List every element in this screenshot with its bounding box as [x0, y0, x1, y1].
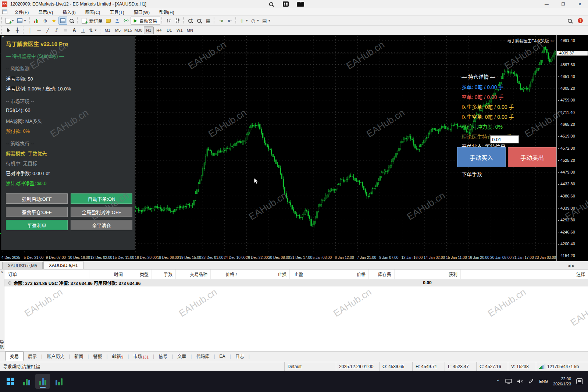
timeframe-m15[interactable]: M15 [123, 26, 133, 34]
crosshair-tool[interactable]: ╂ [13, 26, 22, 34]
taskbar-app-3[interactable] [51, 374, 66, 389]
tray-pen-icon[interactable] [528, 379, 534, 384]
toolbox-tab-1[interactable]: 交易 [5, 352, 24, 361]
column-header-1[interactable]: 订单 [4, 270, 89, 279]
timeframe-h1[interactable]: H1 [144, 26, 154, 34]
timeframe-h4[interactable]: H4 [154, 26, 164, 34]
toolbox-tab-8[interactable]: 信号 [154, 352, 172, 360]
column-header-2[interactable]: 时间 [89, 270, 126, 279]
taskbar-app-2[interactable] [35, 374, 50, 389]
menu-item-2[interactable]: 显示(V) [33, 8, 58, 16]
zoom-out-button[interactable]: − [195, 17, 204, 25]
toolbox-tab-10[interactable]: 代码库 [192, 352, 214, 360]
navigator-button[interactable]: ★ [50, 17, 58, 25]
close-button[interactable]: ✕ [571, 0, 588, 8]
toolbox-tab-3[interactable]: 账户历史 [42, 352, 69, 360]
new-order-button[interactable]: 新订单 [80, 17, 104, 25]
autotrading-button[interactable]: ▶自动交易 [131, 17, 160, 25]
label-tool[interactable]: T [79, 26, 88, 34]
bar-chart-mode-icon[interactable] [164, 17, 173, 25]
lot-size-input[interactable] [490, 135, 519, 143]
manual-buy-button[interactable]: 手动买入 [457, 147, 506, 167]
timeframe-d1[interactable]: D1 [164, 26, 174, 34]
cursor-tool[interactable] [4, 26, 13, 34]
column-header-8[interactable]: 止盈 [289, 270, 306, 279]
taskbar-clock[interactable]: 22:00 2026/1/23 [553, 376, 571, 386]
ea-button-4[interactable]: 全局盈利对冲:OFF [71, 207, 132, 217]
text-tool[interactable]: A [70, 26, 79, 34]
strategy-tester-button[interactable] [67, 17, 76, 25]
tile-windows-button[interactable]: ▦ [204, 17, 213, 25]
menu-item-1[interactable]: 文件(F) [10, 8, 33, 16]
timeframe-m30[interactable]: M30 [133, 26, 143, 34]
toolbox-close-icon[interactable]: ✕ [1, 271, 4, 274]
indicators-button[interactable]: ＋▼ [238, 17, 250, 25]
navigator-side-tab[interactable]: 导航 [0, 340, 4, 350]
chart-shift-button[interactable]: ⇤ [225, 17, 234, 25]
toolbox-tab-5[interactable]: 警报 [89, 352, 106, 360]
column-header-5[interactable]: 交易品种 [175, 270, 210, 279]
tab-scroll-right-icon[interactable]: ▶ [572, 264, 575, 268]
periods-button[interactable]: ◷▼ [250, 17, 261, 25]
community-icon[interactable] [113, 17, 122, 25]
menu-item-4[interactable]: 图表(C) [81, 8, 105, 16]
input-language[interactable]: ENG [539, 379, 548, 384]
market-watch-button[interactable] [32, 17, 41, 25]
timeframe-mn[interactable]: MN [185, 26, 195, 34]
notification-center-icon[interactable] [576, 378, 583, 384]
column-header-7[interactable]: 止损 [240, 270, 289, 279]
column-header-10[interactable]: 库存费 [368, 270, 394, 279]
toolbox-tab-4[interactable]: 新闻 [70, 352, 88, 360]
tray-monitor-icon[interactable] [505, 379, 512, 384]
ea-button-5[interactable]: 平盈利单 [6, 220, 68, 230]
manual-sell-button[interactable]: 手动卖出 [508, 147, 556, 167]
magnifier-tool-icon[interactable] [267, 0, 275, 8]
tab-scroll-left-icon[interactable]: ◀ [568, 264, 571, 268]
chart-window[interactable]: 4991.404945.204897.604851.404805.204759.… [0, 35, 588, 261]
fibonacci-tool[interactable]: ≣ [61, 26, 70, 34]
zoom-in-button[interactable]: + [186, 17, 195, 25]
ea-button-2[interactable]: 自动下单:ON [71, 193, 132, 204]
notification-badge[interactable]: 1 [578, 18, 583, 23]
column-header-6[interactable]: 价格 / [210, 270, 240, 279]
ea-button-1[interactable]: 强制启动:OFF [6, 193, 68, 204]
menu-item-7[interactable]: 帮助(H) [154, 8, 179, 16]
menu-item-5[interactable]: 工具(T) [105, 8, 129, 16]
signals-icon[interactable] [122, 17, 131, 25]
timeframe-m1[interactable]: M1 [103, 26, 113, 34]
terminal-button[interactable] [58, 17, 67, 25]
price-scale[interactable]: 4991.404945.204897.604851.404805.204759.… [556, 35, 588, 261]
time-scale[interactable]: 4 Dec 20255 Dec 21:009 Dec 07:0010 Dec 1… [0, 254, 556, 261]
column-header-12[interactable]: 注释 [460, 270, 588, 279]
profile-name[interactable]: Default [284, 362, 336, 371]
ea-button-3[interactable]: 蚕食平仓:OFF [6, 207, 68, 217]
profiles-button[interactable]: ▼ [16, 17, 28, 25]
trendline-tool[interactable]: ╱ [43, 26, 52, 34]
menu-item-6[interactable]: 窗口(W) [129, 8, 154, 16]
candlestick-mode-icon[interactable] [173, 17, 182, 25]
keyboard-tool-icon[interactable] [296, 0, 304, 8]
chart-tab-xauusd-e-m5[interactable]: XAUUSD.e,M5 [2, 262, 43, 269]
channel-tool[interactable]: ⫽ [52, 26, 61, 34]
minimize-button[interactable]: — [538, 0, 555, 8]
chart-tab-xauusd-e-h1[interactable]: XAUUSD.e,H1 [43, 261, 83, 269]
toolbox-tab-6[interactable]: 邮箱9 [108, 352, 128, 360]
search-icon[interactable] [565, 17, 574, 25]
tray-volume-icon[interactable] [517, 379, 523, 384]
chart-system-menu-icon[interactable] [2, 10, 7, 14]
timeframe-w1[interactable]: W1 [175, 26, 185, 34]
column-header-9[interactable]: 价格 [306, 270, 368, 279]
start-button[interactable] [3, 374, 18, 389]
arrows-tool[interactable]: ⇅▼ [88, 26, 99, 34]
menu-item-3[interactable]: 插入(I) [58, 8, 80, 16]
toolbox-tab-7[interactable]: 市场131 [129, 352, 153, 360]
tiles-tool-icon[interactable] [282, 0, 290, 8]
new-chart-button[interactable]: ▼ [4, 17, 16, 25]
vertical-line-tool[interactable]: │ [26, 26, 35, 34]
ea-button-6[interactable]: 全平清仓 [71, 220, 132, 230]
horizontal-line-tool[interactable]: ─ [35, 26, 43, 34]
taskbar-app-1[interactable] [19, 374, 34, 389]
templates-button[interactable]: ▤▼ [261, 17, 272, 25]
data-window-button[interactable]: ⊕ [41, 17, 50, 25]
toolbox-tab-9[interactable]: 文章 [173, 352, 190, 360]
